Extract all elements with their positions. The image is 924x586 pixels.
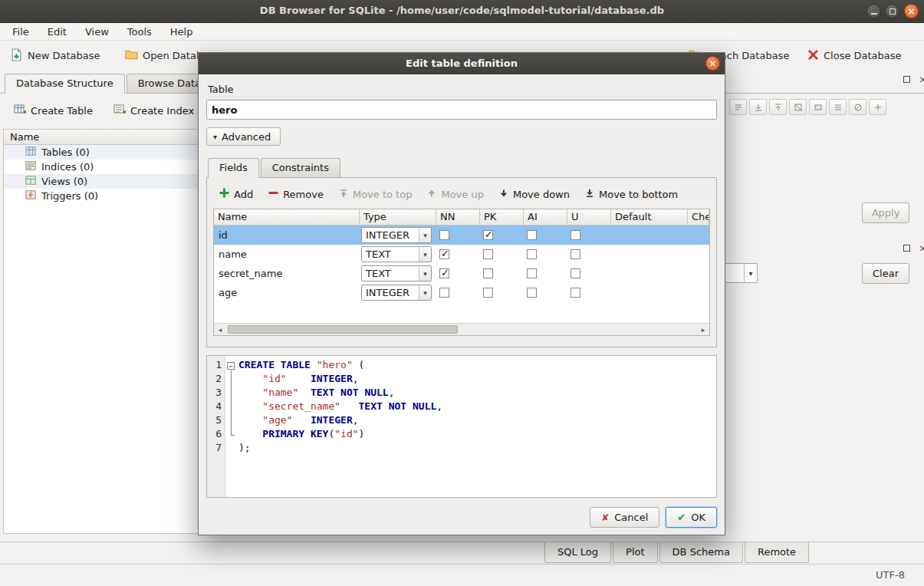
cell-editor-toolbar-icon[interactable] xyxy=(829,99,847,115)
default-cell[interactable] xyxy=(611,245,688,264)
chevron-down-icon[interactable]: ▾ xyxy=(419,228,431,242)
move-to-top-button[interactable]: Move to top xyxy=(333,186,418,202)
window-close-button[interactable]: × xyxy=(904,4,919,18)
field-row[interactable]: id INTEGER ▾ xyxy=(214,226,709,245)
field-name-cell[interactable]: secret_name xyxy=(214,264,360,283)
column-header-check[interactable]: Check xyxy=(688,209,709,225)
close-database-button[interactable]: Close Database xyxy=(804,45,906,66)
clear-button[interactable]: Clear xyxy=(862,263,909,284)
default-cell[interactable] xyxy=(611,283,688,302)
cell-editor-toolbar-icon[interactable] xyxy=(849,99,866,115)
field-row[interactable]: age INTEGER ▾ xyxy=(214,283,709,302)
u-checkbox[interactable] xyxy=(571,230,580,240)
tab-plot[interactable]: Plot xyxy=(613,542,658,563)
nn-checkbox[interactable] xyxy=(439,249,449,259)
cell-editor-toolbar-icon[interactable] xyxy=(769,99,787,115)
dock-float-icon[interactable] xyxy=(902,74,912,84)
cell-editor-toolbar-icon[interactable] xyxy=(729,99,747,115)
maximize-button[interactable] xyxy=(885,4,899,18)
column-header-type[interactable]: Type xyxy=(360,209,436,225)
field-name-cell[interactable]: age xyxy=(214,283,360,302)
pk-checkbox[interactable] xyxy=(483,249,493,259)
minimize-button[interactable] xyxy=(866,4,881,18)
cell-editor-toolbar-icon[interactable] xyxy=(869,99,886,115)
chevron-down-icon[interactable]: ▾ xyxy=(419,266,431,281)
advanced-toggle-button[interactable]: ▾ Advanced xyxy=(206,127,281,146)
tab-fields[interactable]: Fields xyxy=(208,158,259,178)
ai-checkbox[interactable] xyxy=(527,249,537,259)
menu-file[interactable]: File xyxy=(3,24,38,40)
scrollbar-thumb[interactable] xyxy=(228,325,458,334)
dock-close-icon[interactable]: × xyxy=(918,74,924,84)
field-type-combobox[interactable]: INTEGER ▾ xyxy=(361,227,432,243)
cell-editor-toolbar-icon[interactable] xyxy=(749,99,767,115)
move-down-button[interactable]: Move down xyxy=(493,186,576,202)
scroll-right-icon[interactable]: ▸ xyxy=(697,324,709,335)
nn-checkbox[interactable] xyxy=(439,230,449,240)
tab-db-schema[interactable]: DB Schema xyxy=(659,542,743,563)
column-header-default[interactable]: Default xyxy=(611,209,688,225)
default-cell[interactable] xyxy=(611,264,688,283)
check-cell[interactable] xyxy=(688,264,709,283)
pk-checkbox[interactable] xyxy=(483,268,493,278)
table-name-input[interactable] xyxy=(206,100,717,120)
field-type-combobox[interactable]: INTEGER ▾ xyxy=(361,285,432,301)
nn-checkbox[interactable] xyxy=(439,288,449,298)
dialog-titlebar[interactable]: Edit table definition × xyxy=(199,53,725,74)
column-header-ai[interactable]: AI xyxy=(524,209,567,225)
check-cell[interactable] xyxy=(688,226,709,245)
field-row[interactable]: secret_name TEXT ▾ xyxy=(214,264,709,283)
menu-help[interactable]: Help xyxy=(161,24,202,40)
cell-editor-toolbar-icon[interactable] xyxy=(809,99,827,115)
tab-remote[interactable]: Remote xyxy=(745,542,809,563)
field-type-combobox[interactable]: TEXT ▾ xyxy=(361,246,432,262)
menu-view[interactable]: View xyxy=(76,24,118,40)
pk-checkbox[interactable] xyxy=(483,288,493,298)
default-cell[interactable] xyxy=(611,226,688,245)
create-index-button[interactable]: Create Index xyxy=(107,101,200,120)
menu-edit[interactable]: Edit xyxy=(38,24,76,40)
menu-tools[interactable]: Tools xyxy=(118,24,161,40)
scroll-left-icon[interactable]: ◂ xyxy=(214,324,226,335)
u-checkbox[interactable] xyxy=(571,288,580,298)
window-titlebar[interactable]: DB Browser for SQLite - /home/user/code/… xyxy=(0,0,924,23)
tab-sql-log[interactable]: SQL Log xyxy=(544,542,611,563)
u-checkbox[interactable] xyxy=(571,249,580,259)
cell-editor-toolbar-icon[interactable] xyxy=(789,99,807,115)
move-to-bottom-button[interactable]: Move to bottom xyxy=(579,186,684,202)
dock-float-icon[interactable] xyxy=(902,243,912,253)
add-field-button[interactable]: Add xyxy=(213,186,259,202)
tab-constraints[interactable]: Constraints xyxy=(261,158,340,177)
ai-checkbox[interactable] xyxy=(527,268,537,278)
column-header-u[interactable]: U xyxy=(567,209,611,225)
sql-preview[interactable]: 1234567 − CREATE TABLE "hero" ( "id" INT… xyxy=(206,355,717,498)
move-up-button[interactable]: Move up xyxy=(421,186,490,202)
nn-checkbox[interactable] xyxy=(439,268,449,278)
new-database-button[interactable]: New Database xyxy=(6,45,104,66)
create-table-button[interactable]: Create Table xyxy=(8,101,99,120)
column-header-pk[interactable]: PK xyxy=(480,209,524,225)
dialog-close-button[interactable]: × xyxy=(705,56,720,71)
u-checkbox[interactable] xyxy=(571,268,580,278)
ok-button[interactable]: ✔ OK xyxy=(666,507,717,528)
ai-checkbox[interactable] xyxy=(527,230,537,240)
tab-database-structure[interactable]: Database Structure xyxy=(5,74,125,94)
field-row[interactable]: name TEXT ▾ xyxy=(214,245,709,264)
ai-checkbox[interactable] xyxy=(527,288,537,298)
column-header-name[interactable]: Name xyxy=(214,209,360,225)
check-cell[interactable] xyxy=(688,283,709,302)
field-name-cell[interactable]: name xyxy=(214,245,360,264)
chevron-down-icon[interactable]: ▾ xyxy=(419,285,431,300)
chevron-down-icon[interactable]: ▾ xyxy=(419,247,431,262)
check-cell[interactable] xyxy=(688,245,709,264)
pk-checkbox[interactable] xyxy=(483,230,493,240)
horizontal-scrollbar[interactable]: ◂ ▸ xyxy=(214,323,709,335)
apply-button[interactable]: Apply xyxy=(862,202,909,223)
cancel-button[interactable]: ✘ Cancel xyxy=(590,507,659,528)
fold-collapse-icon[interactable]: − xyxy=(227,362,235,370)
field-type-combobox[interactable]: TEXT ▾ xyxy=(361,265,432,281)
field-name-cell[interactable]: id xyxy=(214,226,360,245)
remove-field-button[interactable]: Remove xyxy=(262,186,330,202)
column-header-nn[interactable]: NN xyxy=(436,209,480,225)
dock-close-icon[interactable]: × xyxy=(918,243,924,253)
